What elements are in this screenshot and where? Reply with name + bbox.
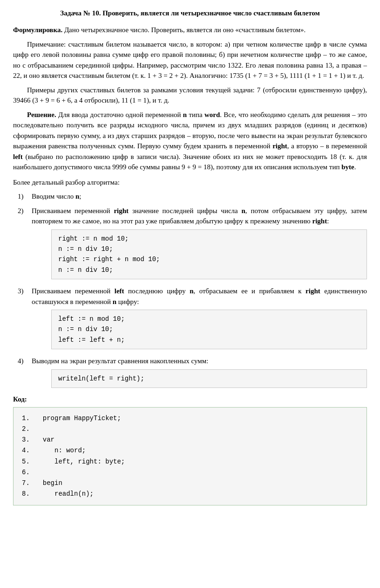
list-item-2: 2) Присваиваем переменной right значение… [18, 206, 367, 283]
code-line-7: 7. begin [22, 479, 62, 487]
code-block-2: right := n mod 10; n := n div 10; right … [51, 229, 367, 280]
algo-intro: Более детальный разбор алгоритма: [13, 177, 367, 188]
list-item-3: 3) Присваиваем переменной left последнюю… [18, 286, 367, 352]
page-title: Задача № 10. Проверить, является ли четы… [13, 8, 367, 18]
step-num-3: 3) [18, 286, 32, 297]
step-content-2: Присваиваем переменной right значение по… [32, 206, 367, 283]
note-paragraph-2: Примеры других счастливых билетов за рам… [13, 85, 367, 106]
code-line-5: 5. left, right: byte; [22, 458, 125, 465]
algorithm-section: Более детальный разбор алгоритма: 1) Вво… [13, 177, 367, 391]
note-paragraph-1: Примечание: счастливым билетом называетс… [13, 39, 367, 81]
code-line-6: 6. [22, 469, 35, 476]
code-line-1: 1. program HappyTicket; [22, 415, 121, 422]
code-line-3: 3. var [22, 436, 54, 443]
formulation-section: Формулировка. Дано четырехзначное число.… [13, 25, 367, 173]
step-content-1: Вводим число n; [32, 191, 367, 202]
formulation-text: Дано четырехзначное число. Проверить, яв… [64, 26, 305, 34]
step-content-4: Выводим на экран результат сравнения нак… [32, 356, 367, 391]
step-num-4: 4) [18, 356, 32, 367]
code-line-2: 2. [22, 425, 35, 433]
solution-label: Решение. [27, 111, 56, 118]
step-num-1: 1) [18, 191, 32, 202]
solution-text: Для ввода достаточно одной переменной n … [13, 111, 367, 171]
solution-paragraph: Решение. Для ввода достаточно одной пере… [13, 110, 367, 173]
code-line-4: 4. n: word; [22, 447, 86, 454]
step-content-3: Присваиваем переменной left последнюю ци… [32, 286, 367, 352]
step-num-2: 2) [18, 206, 32, 216]
list-item-4: 4) Выводим на экран результат сравнения … [18, 356, 367, 391]
steps-list: 1) Вводим число n; 2) Присваиваем переме… [18, 191, 367, 391]
list-item-1: 1) Вводим число n; [18, 191, 367, 202]
kod-label: Код: [13, 395, 367, 403]
code-block-4: writeln(left = right); [51, 369, 367, 388]
formulation-label: Формулировка. [13, 26, 62, 34]
full-code-block: 1. program HappyTicket; 2. 3. var 4. n: … [13, 407, 367, 505]
code-line-8: 8. readln(n); [22, 490, 94, 498]
code-block-3: left := n mod 10; n := n div 10; left :=… [51, 310, 367, 349]
